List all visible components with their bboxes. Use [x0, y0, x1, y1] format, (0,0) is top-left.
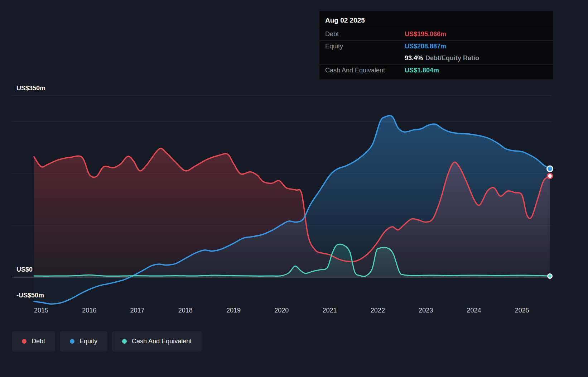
- y-axis-label: US$0: [16, 266, 33, 273]
- equity-end-marker: [547, 166, 553, 172]
- legend-item-debt[interactable]: Debt: [12, 331, 55, 352]
- x-tick-label: 2020: [267, 307, 296, 314]
- x-tick-label: 2015: [27, 307, 56, 314]
- x-tick-label: 2024: [459, 307, 488, 314]
- x-tick-label: 2025: [508, 307, 536, 314]
- tooltip-date: Aug 02 2025: [319, 11, 553, 28]
- tooltip-equity-row: Equity US$208.887m: [319, 40, 553, 52]
- x-tick-label: 2017: [123, 307, 152, 314]
- debt-dot-icon: [22, 339, 26, 344]
- x-tick-label: 2018: [171, 307, 200, 314]
- debt-end-marker: [548, 173, 553, 178]
- y-axis-label: -US$50m: [16, 292, 44, 299]
- y-axis-label: US$350m: [16, 85, 45, 92]
- legend: Debt Equity Cash And Equivalent: [12, 331, 202, 352]
- cash-and-equivalent-end-marker: [548, 274, 552, 278]
- tooltip-debt-value: US$195.066m: [405, 30, 446, 38]
- tooltip-cash-value: US$1.804m: [405, 67, 439, 74]
- tooltip-debt-row: Debt US$195.066m: [319, 28, 553, 40]
- tooltip-ratio-value: 93.4%: [405, 54, 423, 62]
- equity-dot-icon: [70, 339, 74, 344]
- tooltip-ratio-row: 93.4% Debt/Equity Ratio: [319, 52, 553, 64]
- x-tick-label: 2023: [411, 307, 440, 314]
- tooltip-equity-value: US$208.887m: [405, 43, 446, 50]
- tooltip-cash-label: Cash And Equivalent: [325, 67, 405, 74]
- tooltip-equity-label: Equity: [325, 43, 405, 50]
- tooltip-debt-label: Debt: [325, 30, 405, 38]
- legend-item-equity[interactable]: Equity: [60, 331, 107, 352]
- chart-tooltip: Aug 02 2025 Debt US$195.066m Equity US$2…: [319, 11, 553, 79]
- x-tick-label: 2016: [75, 307, 103, 314]
- x-tick-label: 2021: [315, 307, 344, 314]
- legend-label-cash: Cash And Equivalent: [132, 338, 192, 345]
- tooltip-cash-row: Cash And Equivalent US$1.804m: [319, 64, 553, 76]
- cash-dot-icon: [122, 339, 127, 344]
- x-tick-label: 2019: [219, 307, 248, 314]
- legend-label-debt: Debt: [32, 338, 45, 345]
- debt-equity-chart: US$350mUS$0-US$50m 201520162017201820192…: [0, 0, 588, 377]
- legend-label-equity: Equity: [79, 338, 97, 345]
- legend-item-cash[interactable]: Cash And Equivalent: [112, 331, 202, 352]
- tooltip-ratio-label: Debt/Equity Ratio: [425, 54, 479, 62]
- x-tick-label: 2022: [363, 307, 392, 314]
